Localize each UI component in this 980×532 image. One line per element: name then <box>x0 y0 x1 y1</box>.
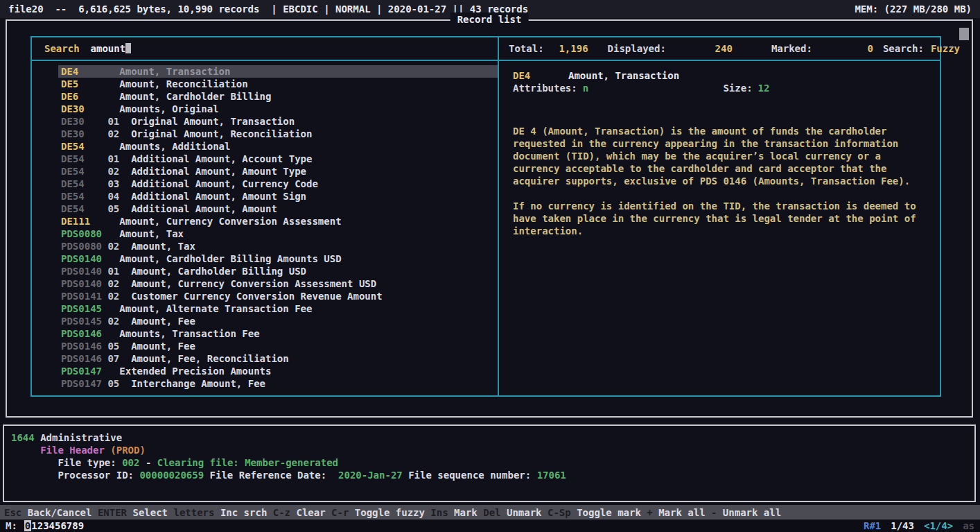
field-name: Amount, Reconciliation <box>119 78 247 89</box>
keybar-key[interactable]: letters <box>173 507 220 518</box>
record-segment: Clearing file: Member-generated <box>157 457 338 468</box>
list-item[interactable]: DE54 03 Additional Amount, Currency Code <box>58 178 498 190</box>
list-item[interactable]: DE4 Amount, Transaction <box>58 65 498 78</box>
de-code: DE54 <box>61 178 107 189</box>
list-item[interactable]: DE54 02 Additional Amount, Amount Type <box>58 165 498 178</box>
field-name: Amount, Transaction <box>119 66 230 77</box>
list-item[interactable]: DE54 05 Additional Amount, Amount <box>58 203 498 215</box>
search-label: Search <box>44 43 80 54</box>
pds-code: PDS0146 <box>61 353 107 364</box>
pds-code: PDS0145 <box>61 303 119 314</box>
de-code: DE30 <box>61 103 119 114</box>
stat-displayed-value: 240 <box>666 43 733 54</box>
statusline: M:0123456789 R#11/43<1/4>as <box>0 520 980 532</box>
list-item[interactable]: DE5 Amount, Reconciliation <box>58 78 498 90</box>
subfield-number: 02 <box>107 241 131 252</box>
list-item[interactable]: DE30 02 Original Amount, Reconciliation <box>58 128 498 140</box>
list-item[interactable]: PDS0080 02 Amount, Tax <box>58 240 498 252</box>
list-item[interactable]: PDS0141 02 Customer Currency Conversion … <box>58 290 498 302</box>
subfield-number: 02 <box>107 166 131 177</box>
keybar: Esc Back/Cancel ENTER Select letters Inc… <box>0 505 980 520</box>
keybar-action: Clear <box>296 507 331 518</box>
field-name: Amount, Cardholder Billing <box>119 91 271 102</box>
field-name: Amount, Tax <box>119 228 184 239</box>
list-item[interactable]: PDS0146 07 Amount, Fee, Reconciliation <box>58 352 498 365</box>
list-item[interactable]: DE111 Amount, Currency Conversion Assess… <box>58 215 498 228</box>
digit-cursor: 0 <box>24 520 31 531</box>
list-item[interactable]: DE54 01 Additional Amount, Account Type <box>58 153 498 165</box>
field-name: Amount, Tax <box>131 241 195 252</box>
detail-size-label: Size: <box>723 83 752 94</box>
field-name: Amounts, Original <box>119 103 218 114</box>
keybar-key[interactable]: C-Sp <box>548 507 577 518</box>
record-preview: 1644 Administrative File Header (PROD) F… <box>3 424 976 502</box>
keybar-key[interactable]: Ins <box>430 507 454 518</box>
stat-marked-label: Marked: <box>771 43 812 54</box>
field-name: Amounts, Additional <box>119 141 230 152</box>
record-segment: File sequence number: <box>403 470 537 481</box>
search-mode-label: Search: <box>883 43 924 54</box>
de-code: DE54 <box>61 153 107 164</box>
field-name: Interchange Amount, Fee <box>131 378 265 389</box>
field-name: Original Amount, Transaction <box>131 116 295 127</box>
scrollbar-thumb[interactable] <box>959 28 969 40</box>
keybar-key[interactable]: Esc <box>4 507 28 518</box>
keybar-key[interactable]: - <box>711 507 723 518</box>
record-line: File Header (PROD) <box>11 444 968 456</box>
keybar-key[interactable]: C-r <box>331 507 355 518</box>
keybar-action: Back/Cancel <box>28 507 98 518</box>
statusline-right: R#11/43<1/4>as <box>854 520 974 531</box>
pds-code: PDS0145 <box>61 316 107 327</box>
field-name: Amount, Currency Conversion Assessment U… <box>131 278 376 289</box>
keybar-action: Unmark all <box>723 507 787 518</box>
subfield-number: 02 <box>107 316 131 327</box>
keybar-key[interactable]: Del <box>483 507 507 518</box>
list-item[interactable]: PDS0147 Extended Precision Amounts <box>58 365 498 377</box>
keybar-action: Select <box>132 507 173 518</box>
list-item[interactable]: DE54 04 Additional Amount, Amount Sign <box>58 190 498 203</box>
list-item[interactable]: PDS0146 Amounts, Transaction Fee <box>58 327 498 340</box>
record-list-window: Record list Search amount Total: 1,196 D… <box>6 19 973 418</box>
subfield-number: 03 <box>107 178 131 189</box>
statusline-left: M:0123456789 <box>6 520 84 531</box>
field-name: Amount, Cardholder Billing USD <box>131 266 306 277</box>
pds-code: PDS0147 <box>61 378 107 389</box>
keybar-key[interactable]: C-z <box>273 507 297 518</box>
marker-digits: 0123456789 <box>24 520 84 531</box>
list-item[interactable]: PDS0145 Amount, Alternate Transaction Fe… <box>58 302 498 315</box>
search-box[interactable]: Search amount <box>32 37 499 61</box>
list-item[interactable]: PDS0140 02 Amount, Currency Conversion A… <box>58 277 498 290</box>
keybar-action: Unmark <box>507 507 548 518</box>
de-code: DE54 <box>61 203 107 214</box>
record-segment: File type: <box>11 457 122 468</box>
detail-attributes-label: Attributes: <box>513 83 577 94</box>
record-segment: File Reference Date: <box>204 470 338 481</box>
keybar-key[interactable]: ENTER <box>98 507 133 518</box>
list-item[interactable]: PDS0147 05 Interchange Amount, Fee <box>58 377 498 390</box>
list-item[interactable]: DE30 01 Original Amount, Transaction <box>58 115 498 128</box>
field-name: Amount, Alternate Transaction Fee <box>119 303 312 314</box>
list-item[interactable]: PDS0140 01 Amount, Cardholder Billing US… <box>58 265 498 277</box>
pds-code: PDS0141 <box>61 291 107 302</box>
subfield-number: 07 <box>107 353 131 364</box>
de-code: DE54 <box>61 166 107 177</box>
field-name: Amount, Fee <box>131 316 195 327</box>
list-item[interactable]: PDS0080 Amount, Tax <box>58 228 498 240</box>
pds-code: PDS0140 <box>61 278 107 289</box>
list-item[interactable]: DE6 Amount, Cardholder Billing <box>58 90 498 103</box>
record-segment: 002 <box>122 457 139 468</box>
list-item[interactable]: DE30 Amounts, Original <box>58 103 498 115</box>
description-paragraph: DE 4 (Amount, Transaction) is the amount… <box>513 125 930 187</box>
list-item[interactable]: DE54 Amounts, Additional <box>58 140 498 153</box>
de-code: DE6 <box>61 91 119 102</box>
list-item[interactable]: PDS0140 Amount, Cardholder Billing Amoun… <box>58 252 498 265</box>
text-cursor-icon <box>125 43 131 53</box>
search-input[interactable]: amount <box>91 43 132 54</box>
list-item[interactable]: PDS0145 02 Amount, Fee <box>58 315 498 327</box>
list-item[interactable]: PDS0146 05 Amount, Fee <box>58 340 498 352</box>
pds-code: PDS0147 <box>61 366 119 377</box>
field-name: Extended Precision Amounts <box>119 366 271 377</box>
window-title: Record list <box>450 12 529 26</box>
keybar-key[interactable]: + <box>647 507 658 518</box>
record-segment: - <box>139 457 157 468</box>
